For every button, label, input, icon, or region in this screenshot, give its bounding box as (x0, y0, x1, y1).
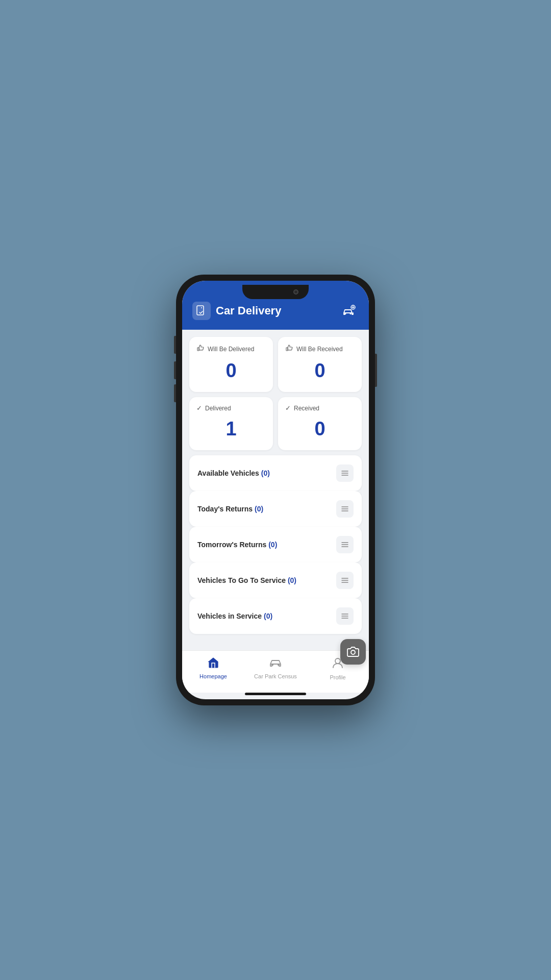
nav-car-park-census[interactable]: Car Park Census (244, 655, 307, 682)
list-item-vehicles-in-service[interactable]: Vehicles in Service (0) (189, 598, 362, 634)
list-icon-todays-returns (336, 500, 354, 518)
check-icon-delivered: ✓ (196, 404, 202, 412)
list-icon-available-vehicles (336, 464, 354, 482)
add-vehicle-button[interactable] (339, 301, 359, 321)
svg-rect-5 (197, 348, 199, 351)
camera-fab-button[interactable] (340, 639, 366, 665)
nav-homepage[interactable]: Homepage (182, 655, 244, 682)
main-content: Will Be Delivered 0 Will Be Received (182, 330, 369, 650)
list-icon-tomorrows-returns (336, 536, 354, 553)
list-item-tomorrows-returns[interactable]: Tomorrow's Returns (0) (189, 527, 362, 562)
list-item-label: Vehicles in Service (0) (197, 612, 272, 620)
delivered-value: 1 (196, 415, 266, 443)
home-indicator (245, 693, 306, 695)
profile-label: Profile (330, 674, 345, 680)
app-title: Car Delivery (216, 304, 281, 317)
will-be-delivered-value: 0 (196, 357, 266, 385)
car-icon (268, 657, 283, 671)
svg-point-3 (350, 313, 352, 314)
list-item-available-vehicles[interactable]: Available Vehicles (0) (189, 455, 362, 491)
will-be-delivered-card[interactable]: Will Be Delivered 0 (189, 337, 273, 392)
stats-row-2: ✓ Delivered 1 ✓ Received 0 (189, 397, 362, 450)
received-label: Received (294, 405, 319, 412)
svg-point-9 (278, 664, 280, 666)
svg-point-10 (335, 658, 340, 664)
svg-point-2 (345, 313, 346, 314)
list-item-todays-returns[interactable]: Today's Returns (0) (189, 491, 362, 527)
car-park-census-label: Car Park Census (254, 673, 297, 679)
delivered-card[interactable]: ✓ Delivered 1 (189, 397, 273, 450)
svg-point-7 (351, 650, 355, 654)
check-icon-received: ✓ (285, 404, 291, 412)
list-item-vehicles-to-service[interactable]: Vehicles To Go To Service (0) (189, 562, 362, 598)
list-item-label: Tomorrow's Returns (0) (197, 541, 277, 549)
will-be-received-label: Will Be Received (296, 346, 343, 353)
list-items-container: Available Vehicles (0) Today's Returns (… (189, 455, 362, 634)
app-icon (192, 302, 211, 320)
homepage-label: Homepage (199, 673, 227, 679)
svg-rect-6 (286, 348, 288, 351)
list-item-label: Today's Returns (0) (197, 505, 263, 513)
stats-row-1: Will Be Delivered 0 Will Be Received (189, 337, 362, 392)
thumb-icon-received (285, 344, 293, 354)
list-item-label: Available Vehicles (0) (197, 469, 270, 477)
will-be-received-card[interactable]: Will Be Received 0 (278, 337, 362, 392)
delivered-label: Delivered (205, 405, 231, 412)
home-icon (207, 657, 219, 671)
will-be-delivered-label: Will Be Delivered (208, 346, 254, 353)
list-item-label: Vehicles To Go To Service (0) (197, 576, 296, 584)
list-icon-vehicles-in-service (336, 607, 354, 625)
received-card[interactable]: ✓ Received 0 (278, 397, 362, 450)
svg-point-1 (201, 307, 202, 308)
svg-point-8 (271, 664, 273, 666)
will-be-received-value: 0 (285, 357, 355, 385)
received-value: 0 (285, 415, 355, 443)
thumb-icon-delivered (196, 344, 205, 354)
list-icon-vehicles-to-service (336, 572, 354, 589)
